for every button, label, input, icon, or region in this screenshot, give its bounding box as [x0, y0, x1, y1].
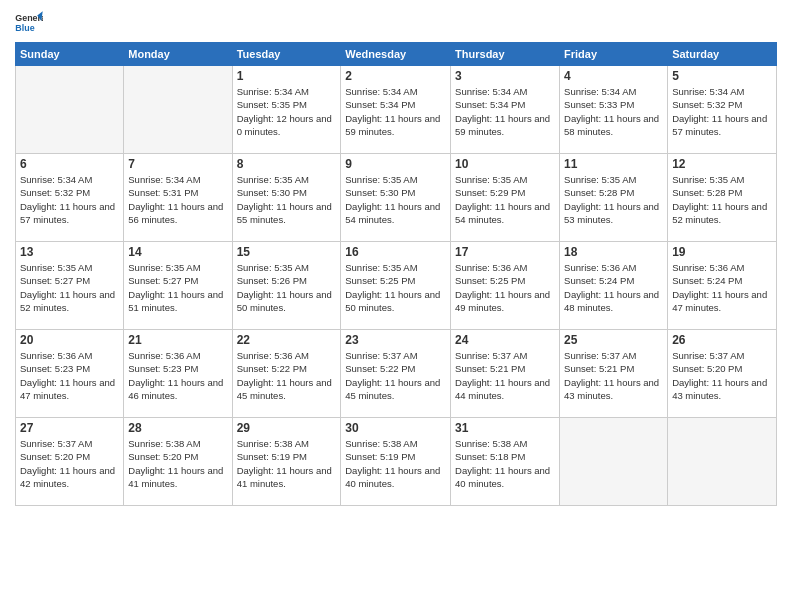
day-number: 9 [345, 157, 446, 171]
calendar-cell: 13Sunrise: 5:35 AMSunset: 5:27 PMDayligh… [16, 242, 124, 330]
calendar-cell: 19Sunrise: 5:36 AMSunset: 5:24 PMDayligh… [668, 242, 777, 330]
calendar-cell: 24Sunrise: 5:37 AMSunset: 5:21 PMDayligh… [451, 330, 560, 418]
day-info: Sunrise: 5:38 AMSunset: 5:19 PMDaylight:… [345, 437, 446, 490]
header: General Blue [15, 10, 777, 34]
logo-icon: General Blue [15, 10, 43, 34]
calendar-cell: 20Sunrise: 5:36 AMSunset: 5:23 PMDayligh… [16, 330, 124, 418]
day-info: Sunrise: 5:37 AMSunset: 5:20 PMDaylight:… [20, 437, 119, 490]
calendar-day-header: Saturday [668, 43, 777, 66]
calendar-day-header: Tuesday [232, 43, 341, 66]
calendar-cell [560, 418, 668, 506]
logo: General Blue [15, 10, 43, 34]
calendar-day-header: Wednesday [341, 43, 451, 66]
calendar-cell: 4Sunrise: 5:34 AMSunset: 5:33 PMDaylight… [560, 66, 668, 154]
day-info: Sunrise: 5:37 AMSunset: 5:20 PMDaylight:… [672, 349, 772, 402]
calendar-cell: 30Sunrise: 5:38 AMSunset: 5:19 PMDayligh… [341, 418, 451, 506]
calendar-cell: 26Sunrise: 5:37 AMSunset: 5:20 PMDayligh… [668, 330, 777, 418]
day-number: 12 [672, 157, 772, 171]
day-number: 10 [455, 157, 555, 171]
calendar-cell: 31Sunrise: 5:38 AMSunset: 5:18 PMDayligh… [451, 418, 560, 506]
day-number: 11 [564, 157, 663, 171]
calendar-cell: 23Sunrise: 5:37 AMSunset: 5:22 PMDayligh… [341, 330, 451, 418]
day-info: Sunrise: 5:34 AMSunset: 5:34 PMDaylight:… [345, 85, 446, 138]
day-number: 20 [20, 333, 119, 347]
day-number: 21 [128, 333, 227, 347]
calendar-cell: 1Sunrise: 5:34 AMSunset: 5:35 PMDaylight… [232, 66, 341, 154]
day-number: 6 [20, 157, 119, 171]
day-number: 1 [237, 69, 337, 83]
day-number: 5 [672, 69, 772, 83]
calendar-cell: 17Sunrise: 5:36 AMSunset: 5:25 PMDayligh… [451, 242, 560, 330]
day-info: Sunrise: 5:38 AMSunset: 5:19 PMDaylight:… [237, 437, 337, 490]
calendar-day-header: Sunday [16, 43, 124, 66]
day-info: Sunrise: 5:34 AMSunset: 5:32 PMDaylight:… [672, 85, 772, 138]
calendar-cell: 3Sunrise: 5:34 AMSunset: 5:34 PMDaylight… [451, 66, 560, 154]
day-number: 2 [345, 69, 446, 83]
calendar-week-row: 6Sunrise: 5:34 AMSunset: 5:32 PMDaylight… [16, 154, 777, 242]
day-number: 30 [345, 421, 446, 435]
day-number: 28 [128, 421, 227, 435]
day-number: 27 [20, 421, 119, 435]
day-info: Sunrise: 5:35 AMSunset: 5:29 PMDaylight:… [455, 173, 555, 226]
day-info: Sunrise: 5:37 AMSunset: 5:21 PMDaylight:… [455, 349, 555, 402]
calendar-cell: 8Sunrise: 5:35 AMSunset: 5:30 PMDaylight… [232, 154, 341, 242]
calendar-cell: 16Sunrise: 5:35 AMSunset: 5:25 PMDayligh… [341, 242, 451, 330]
day-info: Sunrise: 5:35 AMSunset: 5:26 PMDaylight:… [237, 261, 337, 314]
day-number: 19 [672, 245, 772, 259]
calendar-cell: 18Sunrise: 5:36 AMSunset: 5:24 PMDayligh… [560, 242, 668, 330]
calendar-cell: 27Sunrise: 5:37 AMSunset: 5:20 PMDayligh… [16, 418, 124, 506]
day-info: Sunrise: 5:35 AMSunset: 5:30 PMDaylight:… [345, 173, 446, 226]
day-number: 22 [237, 333, 337, 347]
calendar-day-header: Friday [560, 43, 668, 66]
day-number: 13 [20, 245, 119, 259]
calendar-cell: 25Sunrise: 5:37 AMSunset: 5:21 PMDayligh… [560, 330, 668, 418]
day-info: Sunrise: 5:34 AMSunset: 5:35 PMDaylight:… [237, 85, 337, 138]
calendar-cell: 11Sunrise: 5:35 AMSunset: 5:28 PMDayligh… [560, 154, 668, 242]
day-info: Sunrise: 5:38 AMSunset: 5:20 PMDaylight:… [128, 437, 227, 490]
day-info: Sunrise: 5:34 AMSunset: 5:31 PMDaylight:… [128, 173, 227, 226]
day-number: 8 [237, 157, 337, 171]
calendar-day-header: Monday [124, 43, 232, 66]
day-info: Sunrise: 5:35 AMSunset: 5:30 PMDaylight:… [237, 173, 337, 226]
calendar-cell: 21Sunrise: 5:36 AMSunset: 5:23 PMDayligh… [124, 330, 232, 418]
calendar-cell: 2Sunrise: 5:34 AMSunset: 5:34 PMDaylight… [341, 66, 451, 154]
day-info: Sunrise: 5:36 AMSunset: 5:24 PMDaylight:… [564, 261, 663, 314]
day-number: 26 [672, 333, 772, 347]
day-number: 24 [455, 333, 555, 347]
calendar-cell [124, 66, 232, 154]
calendar-week-row: 20Sunrise: 5:36 AMSunset: 5:23 PMDayligh… [16, 330, 777, 418]
calendar-cell: 15Sunrise: 5:35 AMSunset: 5:26 PMDayligh… [232, 242, 341, 330]
calendar-cell: 9Sunrise: 5:35 AMSunset: 5:30 PMDaylight… [341, 154, 451, 242]
calendar-cell: 6Sunrise: 5:34 AMSunset: 5:32 PMDaylight… [16, 154, 124, 242]
calendar-cell: 29Sunrise: 5:38 AMSunset: 5:19 PMDayligh… [232, 418, 341, 506]
calendar-header-row: SundayMondayTuesdayWednesdayThursdayFrid… [16, 43, 777, 66]
calendar-cell: 22Sunrise: 5:36 AMSunset: 5:22 PMDayligh… [232, 330, 341, 418]
day-number: 31 [455, 421, 555, 435]
day-info: Sunrise: 5:37 AMSunset: 5:22 PMDaylight:… [345, 349, 446, 402]
day-info: Sunrise: 5:35 AMSunset: 5:28 PMDaylight:… [564, 173, 663, 226]
calendar-cell [16, 66, 124, 154]
day-info: Sunrise: 5:34 AMSunset: 5:32 PMDaylight:… [20, 173, 119, 226]
calendar: SundayMondayTuesdayWednesdayThursdayFrid… [15, 42, 777, 506]
calendar-cell: 28Sunrise: 5:38 AMSunset: 5:20 PMDayligh… [124, 418, 232, 506]
day-number: 3 [455, 69, 555, 83]
calendar-cell: 10Sunrise: 5:35 AMSunset: 5:29 PMDayligh… [451, 154, 560, 242]
calendar-week-row: 13Sunrise: 5:35 AMSunset: 5:27 PMDayligh… [16, 242, 777, 330]
day-number: 17 [455, 245, 555, 259]
day-info: Sunrise: 5:36 AMSunset: 5:25 PMDaylight:… [455, 261, 555, 314]
calendar-cell: 12Sunrise: 5:35 AMSunset: 5:28 PMDayligh… [668, 154, 777, 242]
day-number: 16 [345, 245, 446, 259]
calendar-week-row: 27Sunrise: 5:37 AMSunset: 5:20 PMDayligh… [16, 418, 777, 506]
day-info: Sunrise: 5:35 AMSunset: 5:27 PMDaylight:… [128, 261, 227, 314]
day-number: 25 [564, 333, 663, 347]
day-info: Sunrise: 5:35 AMSunset: 5:27 PMDaylight:… [20, 261, 119, 314]
calendar-cell: 14Sunrise: 5:35 AMSunset: 5:27 PMDayligh… [124, 242, 232, 330]
calendar-day-header: Thursday [451, 43, 560, 66]
calendar-cell: 7Sunrise: 5:34 AMSunset: 5:31 PMDaylight… [124, 154, 232, 242]
day-number: 15 [237, 245, 337, 259]
day-info: Sunrise: 5:36 AMSunset: 5:24 PMDaylight:… [672, 261, 772, 314]
day-info: Sunrise: 5:34 AMSunset: 5:33 PMDaylight:… [564, 85, 663, 138]
day-number: 29 [237, 421, 337, 435]
day-number: 18 [564, 245, 663, 259]
day-info: Sunrise: 5:35 AMSunset: 5:28 PMDaylight:… [672, 173, 772, 226]
